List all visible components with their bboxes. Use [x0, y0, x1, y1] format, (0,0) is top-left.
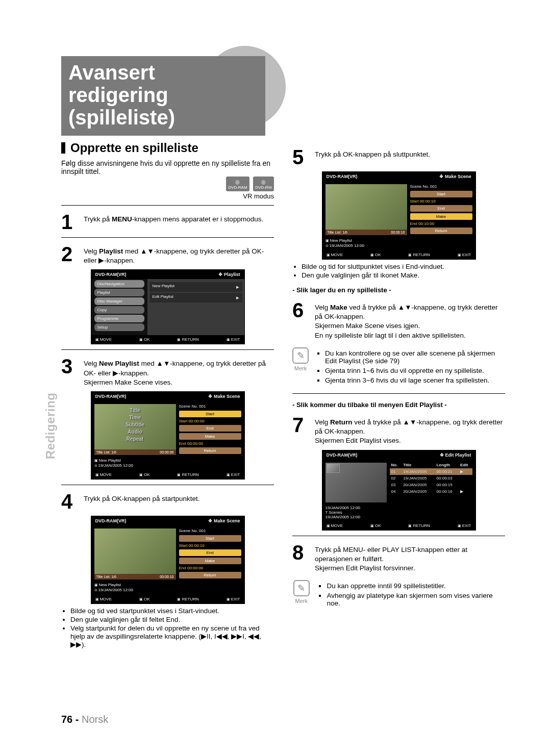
osd-edit-playlist: DVD-RAM(VR)Edit Playlist 19/JAN/2005 12:…	[322, 450, 476, 531]
disc-type-icons: DVD-RAM DVD-RW	[61, 177, 274, 191]
step-number: 7	[292, 415, 310, 446]
step-number: 4	[61, 491, 79, 512]
hero-banner: Avansert redigering(spilleliste)	[61, 56, 265, 122]
dvd-rw-icon: DVD-RW	[253, 177, 274, 191]
note-block-1: ✎Merk Du kan kontrollere og se over alle…	[292, 347, 505, 386]
step4-bullets: Bilde og tid ved startpunktet vises i St…	[70, 607, 274, 648]
section-lead: Følg disse anvisningene hvis du vil oppr…	[61, 159, 274, 175]
step-8: 8 Trykk på MENU- eller PLAY LIST-knappen…	[292, 542, 505, 573]
step-1: 1 Trykk på MENU-knappen mens apparatet e…	[61, 212, 274, 232]
step-7: 7 Velg Return ved å trykke på ▲▼-knappen…	[292, 415, 505, 446]
step-number: 3	[61, 356, 79, 387]
step-number: 5	[292, 147, 310, 167]
osd-playlist-menu: DVD-RAM(VR)Playlist DiscNavigation Playl…	[91, 269, 245, 344]
step-3: 3 Velg New Playlist med ▲▼-knappene, og …	[61, 356, 274, 387]
side-tab: Redigering	[43, 393, 58, 459]
step-number: 6	[292, 300, 310, 340]
subheading-new-playlist: - Slik lager du en ny spilleliste -	[292, 286, 505, 294]
right-column: 5 Trykk på OK-knappen på sluttpunktet. D…	[292, 141, 505, 651]
step-6: 6 Velg Make ved å trykke på ▲▼-knappene,…	[292, 300, 505, 340]
osd-make-scene-start: DVD-RAM(VR)Make Scene Title List: 1/600:…	[91, 516, 245, 604]
note-block-2: ✎Merk Du kan opprette inntil 99 spilleli…	[292, 580, 505, 609]
step5-bullets: Bilde og tid for sluttpunktet vises i En…	[302, 263, 505, 279]
step-5: 5 Trykk på OK-knappen på sluttpunktet.	[292, 147, 505, 167]
step-2: 2 Velg Playlist med ▲▼-knappene, og tryk…	[61, 244, 274, 265]
note-icon: ✎	[293, 580, 310, 596]
note-icon: ✎	[292, 347, 309, 364]
vr-mode-label: VR modus	[61, 192, 274, 200]
osd-make-scene-initial: DVD-RAM(VR)Make Scene TitleTimeSubtitleA…	[91, 391, 245, 480]
osd-make-scene-end: DVD-RAM(VR)Make Scene Title List: 1/600:…	[322, 171, 476, 260]
step-number: 1	[61, 212, 79, 232]
step-4: 4 Trykk på OK-knappen på startpunktet.	[61, 491, 274, 512]
page-number: 76 - Norsk	[61, 714, 108, 725]
step-number: 2	[61, 244, 79, 265]
dvd-ram-icon: DVD-RAM	[226, 177, 249, 191]
section-heading: Opprette en spilleliste	[61, 141, 274, 155]
subheading-return-menu: - Slik kommer du tilbake til menyen Edit…	[292, 401, 505, 409]
hero-title: Avansert redigering(spilleliste)	[61, 56, 265, 136]
step-number: 8	[292, 542, 310, 573]
left-column: Opprette en spilleliste Følg disse anvis…	[61, 141, 274, 651]
